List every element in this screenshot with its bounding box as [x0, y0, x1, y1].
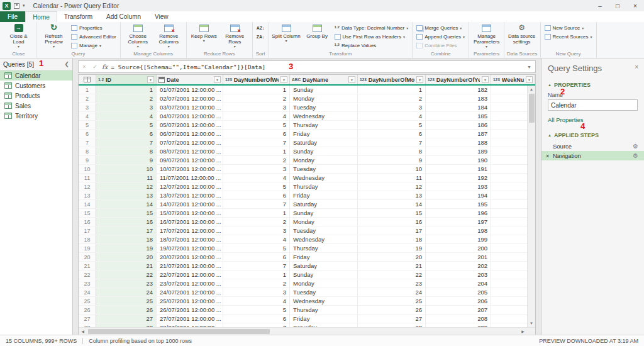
- cell[interactable]: 188: [426, 138, 491, 147]
- gear-icon[interactable]: ⚙: [633, 152, 638, 159]
- cell[interactable]: 207: [426, 306, 491, 314]
- cell[interactable]: 08/07/2001 12:00:00 ...: [157, 147, 223, 155]
- cell[interactable]: 07/07/2001 12:00:00 ...: [157, 138, 223, 147]
- cell[interactable]: 205: [426, 288, 491, 296]
- cell[interactable]: Monday: [290, 94, 358, 103]
- cell[interactable]: 10/07/2001 12:00:00 ...: [157, 165, 223, 173]
- row-number[interactable]: 6: [79, 130, 96, 138]
- cell[interactable]: 19: [358, 244, 426, 252]
- quick-access-customize-icon[interactable]: ▾: [23, 3, 25, 8]
- text-type-icon[interactable]: ABC: [292, 77, 301, 82]
- cell[interactable]: 9: [96, 156, 157, 164]
- cell[interactable]: 2: [223, 279, 290, 287]
- cell[interactable]: 5: [223, 306, 290, 314]
- cell[interactable]: Sunday: [290, 147, 358, 155]
- cell[interactable]: 25: [358, 297, 426, 305]
- cell[interactable]: 191: [426, 165, 491, 173]
- cell[interactable]: 26/07/2001 12:00:00 ...: [157, 306, 223, 314]
- cell[interactable]: Thursday: [290, 182, 358, 191]
- cell[interactable]: 24: [358, 288, 426, 296]
- row-number[interactable]: 4: [79, 112, 96, 120]
- filter-dropdown-icon[interactable]: ▼: [482, 76, 489, 83]
- cell[interactable]: 2: [358, 94, 426, 103]
- row-number[interactable]: 9: [79, 156, 96, 164]
- properties-button[interactable]: Properties: [70, 24, 118, 32]
- cell[interactable]: Saturday: [290, 262, 358, 270]
- cell[interactable]: 20: [358, 253, 426, 261]
- cell[interactable]: 17: [96, 226, 157, 235]
- cell[interactable]: 4: [223, 297, 290, 305]
- remove-columns-button[interactable]: Remove Columns ▾: [154, 23, 184, 49]
- row-number[interactable]: 3: [79, 103, 96, 111]
- cell[interactable]: 18: [96, 235, 157, 243]
- replace-values-button[interactable]: 1,2 Replace Values: [333, 42, 410, 50]
- cell[interactable]: 4: [223, 235, 290, 243]
- tab-file[interactable]: File: [0, 11, 25, 22]
- cell[interactable]: 208: [426, 315, 491, 323]
- cell[interactable]: 22: [96, 271, 157, 279]
- whole-number-type-icon[interactable]: 123: [428, 77, 435, 82]
- row-number[interactable]: 5: [79, 121, 96, 129]
- choose-columns-button[interactable]: Choose Columns ▾: [123, 23, 153, 49]
- cell[interactable]: 21: [96, 262, 157, 270]
- row-number[interactable]: 13: [79, 191, 96, 199]
- cell[interactable]: 06/07/2001 12:00:00 ...: [157, 130, 223, 138]
- cell[interactable]: 184: [426, 103, 491, 111]
- cell[interactable]: Thursday: [290, 306, 358, 314]
- merge-queries-button[interactable]: Merge Queries ▾: [415, 24, 466, 32]
- manage-button[interactable]: Manage ▾: [70, 42, 118, 50]
- column-profiling-link[interactable]: Column profiling based on top 1000 rows: [89, 338, 192, 344]
- cell[interactable]: Tuesday: [290, 288, 358, 296]
- tab-home[interactable]: Home: [25, 11, 57, 22]
- filter-dropdown-icon[interactable]: ▼: [348, 76, 355, 83]
- cell[interactable]: 5: [96, 121, 157, 129]
- cell[interactable]: 10: [358, 165, 426, 173]
- row-number[interactable]: 10: [79, 165, 96, 173]
- tab-view[interactable]: View: [148, 11, 175, 22]
- cell[interactable]: 27: [358, 315, 426, 323]
- cell[interactable]: Monday: [290, 218, 358, 226]
- cell[interactable]: 20/07/2001 12:00:00 ...: [157, 253, 223, 261]
- cell[interactable]: 5: [223, 244, 290, 252]
- cell[interactable]: 195: [426, 200, 491, 208]
- cell[interactable]: 4: [96, 112, 157, 120]
- whole-number-type-icon[interactable]: 123: [360, 77, 367, 82]
- cell[interactable]: 201: [426, 253, 491, 261]
- row-number[interactable]: 25: [79, 297, 96, 305]
- whole-number-type-icon[interactable]: 123: [225, 77, 232, 82]
- cell[interactable]: 22: [358, 271, 426, 279]
- cell[interactable]: 204: [426, 279, 491, 287]
- all-properties-link[interactable]: All Properties: [548, 116, 584, 123]
- cell[interactable]: 206: [426, 297, 491, 305]
- cell[interactable]: 3: [223, 288, 290, 296]
- cell[interactable]: 7: [223, 138, 290, 147]
- cell[interactable]: 02/07/2001 12:00:00 ...: [157, 94, 223, 103]
- filter-dropdown-icon[interactable]: ▼: [526, 76, 533, 83]
- cell[interactable]: 4: [223, 174, 290, 182]
- row-number[interactable]: 12: [79, 182, 96, 191]
- cell[interactable]: 1: [358, 86, 426, 94]
- cell[interactable]: 01/07/2001 12:00:00 ...: [157, 86, 223, 94]
- cell[interactable]: 200: [426, 244, 491, 252]
- keep-rows-button[interactable]: Keep Rows ▾: [189, 23, 219, 43]
- cell[interactable]: 198: [426, 226, 491, 235]
- row-number[interactable]: 22: [79, 271, 96, 279]
- column-header-dayname[interactable]: ABCDayName▼: [290, 75, 358, 84]
- cell[interactable]: 2: [96, 94, 157, 103]
- cell[interactable]: 12/07/2001 12:00:00 ...: [157, 182, 223, 191]
- close-and-load-button[interactable]: → Close & Load ▾: [4, 23, 33, 49]
- column-header-daynumberofyear[interactable]: 123DayNumberOfYear▼: [426, 75, 491, 84]
- tab-transform[interactable]: Transform: [57, 11, 99, 22]
- cell[interactable]: 194: [426, 191, 491, 199]
- horizontal-scrollbar[interactable]: ◀ ▶: [79, 327, 535, 335]
- row-number[interactable]: 24: [79, 288, 96, 296]
- row-number[interactable]: 21: [79, 262, 96, 270]
- cell[interactable]: 187: [426, 130, 491, 138]
- cell[interactable]: 13: [96, 191, 157, 199]
- cell[interactable]: 197: [426, 218, 491, 226]
- row-number[interactable]: 27: [79, 315, 96, 323]
- cell[interactable]: 4: [223, 112, 290, 120]
- cell[interactable]: 190: [426, 156, 491, 164]
- row-number[interactable]: 11: [79, 174, 96, 182]
- cell[interactable]: 18/07/2001 12:00:00 ...: [157, 235, 223, 243]
